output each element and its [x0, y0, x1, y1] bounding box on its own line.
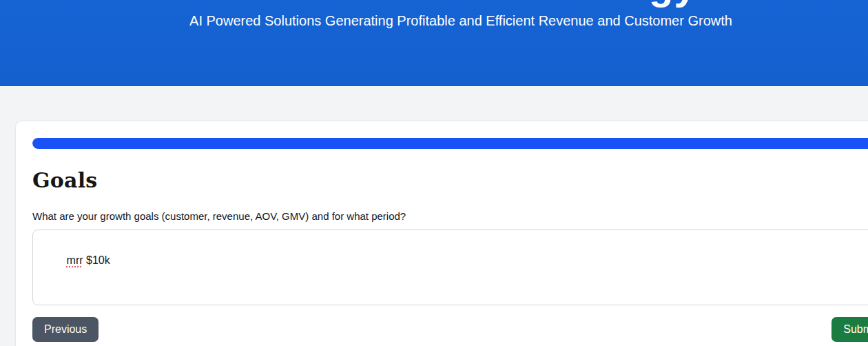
- answer-text-rest: $10k: [83, 254, 110, 266]
- step-title: Goals: [32, 167, 868, 194]
- page: gy AI Powered Solutions Generating Profi…: [0, 0, 868, 346]
- page-title-partial: gy: [649, 0, 697, 6]
- previous-button[interactable]: Previous: [32, 317, 99, 342]
- question-label: What are your growth goals (customer, re…: [32, 210, 868, 223]
- submit-button[interactable]: Submit: [831, 317, 868, 342]
- page-subtitle: AI Powered Solutions Generating Profitab…: [0, 0, 868, 30]
- misspelled-word: mrr: [67, 254, 83, 266]
- progress-bar: [32, 138, 868, 149]
- form-actions: Previous Submit: [32, 317, 868, 342]
- progress-bar-fill: [32, 138, 868, 149]
- page-header: gy AI Powered Solutions Generating Profi…: [0, 0, 868, 86]
- goals-answer-textarea[interactable]: mrr $10k: [32, 230, 868, 305]
- form-card: Goals What are your growth goals (custom…: [15, 121, 868, 346]
- browser-viewport: gy AI Powered Solutions Generating Profi…: [0, 0, 868, 346]
